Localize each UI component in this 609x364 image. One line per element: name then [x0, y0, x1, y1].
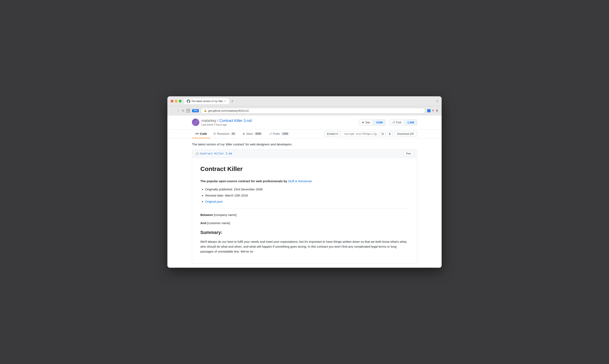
list-item: Revised date: March 15th 2016: [205, 193, 409, 198]
intro-text: The popular open-source contract for web…: [200, 179, 288, 183]
apps-button[interactable]: [186, 109, 190, 113]
star-group: ★ Star 3,546: [359, 119, 386, 125]
tab-forks[interactable]: ⎇ Forks 1348: [266, 130, 293, 138]
revisions-count: 25: [230, 132, 236, 135]
avatar: [192, 119, 199, 126]
tab-revisions-label: Revisions: [217, 132, 230, 135]
browser-window: The latest version of my 'kille ✕ + ≡ ‹ …: [167, 96, 442, 268]
download-zip-button[interactable]: Download ZIP: [394, 131, 417, 137]
bullet-3-link[interactable]: Original post: [205, 200, 222, 203]
tab-stars[interactable]: ★ Stars 3546: [239, 130, 265, 138]
embed-input[interactable]: [342, 131, 379, 137]
stars-count: 3546: [254, 132, 262, 135]
bullet-1: Originally published: 23rd December 2008: [205, 188, 263, 191]
open-raw-icon: ⬇: [389, 132, 391, 136]
between-label: Between: [200, 213, 213, 217]
description-text: The latest version of my 'killer contrac…: [192, 143, 292, 146]
minimize-button[interactable]: [175, 100, 177, 103]
tab-stars-label: Stars: [246, 132, 253, 135]
github-icon: [187, 100, 190, 103]
title-bar: The latest version of my 'kille ✕ + ≡: [167, 96, 442, 106]
star-label: Star: [365, 121, 370, 124]
share-button[interactable]: ⬆: [436, 109, 438, 113]
gist-header: malarkey / Contract Killer 3.md Last act…: [167, 115, 442, 130]
gist-title: malarkey / Contract Killer 3.md: [201, 119, 252, 123]
traffic-lights: [171, 100, 181, 103]
nav-tabs: </> Code ⟳ Revisions 25 ★ Stars 3546 ⎇ F…: [192, 130, 293, 138]
raw-button[interactable]: Raw: [403, 151, 414, 156]
tab-code[interactable]: </> Code: [192, 130, 210, 138]
embed-button[interactable]: Embed ▾: [324, 131, 340, 137]
file-header: ⬜ Contract Killer 3.md Raw: [192, 149, 417, 158]
tab-forks-label: Forks: [273, 132, 280, 135]
close-button[interactable]: [171, 100, 173, 103]
embed-chevron-icon: ▾: [337, 132, 338, 135]
fork-label: Fork: [396, 121, 401, 124]
list-item: Original post: [205, 199, 409, 204]
divider: [200, 208, 409, 208]
fork-button[interactable]: ⎇ Fork: [389, 119, 404, 125]
open-raw-button[interactable]: ⬇: [387, 131, 393, 137]
intro-link[interactable]: Stuff & Nonsense: [288, 179, 312, 183]
tab-bar: The latest version of my 'kille ✕ +: [184, 98, 434, 104]
back-button[interactable]: ‹: [171, 108, 174, 113]
revisions-icon: ⟳: [214, 132, 216, 135]
address-bar: ‹ › ↻ VPN 🔒 gist.github.com/malarkey/403…: [167, 106, 442, 115]
file-name-text[interactable]: Contract Killer 3.md: [200, 152, 232, 155]
list-item: Originally published: 23rd December 2008: [205, 187, 409, 192]
gist-title-area: malarkey / Contract Killer 3.md Last act…: [201, 119, 252, 126]
file-box: ⬜ Contract Killer 3.md Raw Contract Kill…: [192, 149, 417, 264]
heart-icon[interactable]: ♥: [432, 109, 434, 113]
intro-paragraph: The popular open-source contract for web…: [200, 179, 409, 184]
embed-label: Embed: [327, 132, 335, 135]
markdown-body: Contract Killer The popular open-source …: [192, 158, 417, 263]
maximize-button[interactable]: [179, 100, 181, 103]
url-bar[interactable]: 🔒 gist.github.com/malarkey/4031110: [201, 108, 425, 114]
summary-heading: Summary:: [200, 229, 409, 236]
stars-icon: ★: [243, 132, 245, 135]
tab-title: The latest version of my 'kille: [191, 100, 223, 103]
gist-actions: ★ Star 3,546 ⎇ Fork 1,348: [359, 119, 417, 125]
between-paragraph: Between [company name]: [200, 212, 409, 217]
forward-button[interactable]: ›: [176, 108, 180, 113]
lock-icon: 🔒: [204, 109, 207, 112]
star-button[interactable]: ★ Star: [359, 119, 373, 125]
url-text: gist.github.com/malarkey/4031110: [208, 109, 249, 112]
title-separator: /: [216, 119, 219, 123]
content-h1: Contract Killer: [200, 164, 409, 174]
gist-toolbar: Embed ▾ ⧉ ⬇ Download ZIP: [324, 131, 417, 137]
refresh-button[interactable]: ↻: [182, 109, 184, 112]
between-value: [company name]: [214, 213, 237, 217]
and-label: And: [200, 221, 206, 225]
bullet-2: Revised date: March 15th 2016: [205, 194, 248, 197]
shield-badge: 3: [427, 109, 431, 112]
bullet-list: Originally published: 23rd December 2008…: [205, 187, 409, 204]
and-value: [customer name].: [207, 221, 231, 225]
forks-icon: ⎇: [269, 132, 272, 135]
new-tab-button[interactable]: +: [230, 99, 234, 104]
tab-close-icon[interactable]: ✕: [224, 100, 226, 103]
code-icon: </>: [195, 132, 199, 135]
copy-button[interactable]: ⧉: [380, 131, 386, 137]
fork-icon: ⎇: [392, 121, 395, 124]
summary-text: We'll always do our best to fulfil your …: [200, 239, 409, 254]
vpn-badge: VPN: [192, 109, 199, 112]
gist-owner[interactable]: malarkey: [201, 119, 216, 123]
gist-nav: </> Code ⟳ Revisions 25 ★ Stars 3546 ⎇ F…: [167, 130, 442, 138]
fork-group: ⎇ Fork 1,348: [389, 119, 417, 125]
browser-tab-active[interactable]: The latest version of my 'kille ✕: [184, 98, 229, 104]
window-controls: ≡: [436, 99, 438, 103]
and-paragraph: And [customer name].: [200, 221, 409, 226]
page-content: malarkey / Contract Killer 3.md Last act…: [167, 115, 442, 268]
gist-filename[interactable]: Contract Killer 3.md: [219, 119, 252, 123]
gist-description: The latest version of my 'killer contrac…: [167, 138, 442, 149]
star-count[interactable]: 3,546: [373, 119, 386, 125]
address-actions: 3 ♥ ⬆: [427, 109, 438, 113]
file-icon: ⬜: [195, 152, 199, 155]
copy-icon: ⧉: [382, 132, 384, 135]
tab-code-label: Code: [200, 132, 207, 135]
tab-revisions[interactable]: ⟳ Revisions 25: [210, 130, 239, 138]
gist-identity: malarkey / Contract Killer 3.md Last act…: [192, 119, 252, 126]
file-name: ⬜ Contract Killer 3.md: [195, 152, 232, 155]
fork-count[interactable]: 1,348: [404, 119, 417, 125]
